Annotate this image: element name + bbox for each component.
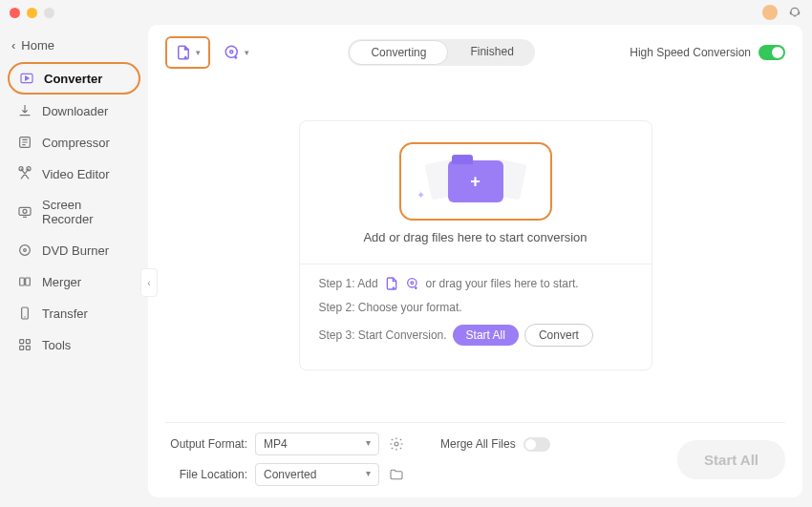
sidebar-item-transfer[interactable]: Transfer [8,298,140,328]
svg-point-4 [23,209,27,213]
svg-point-18 [395,442,398,446]
svg-point-14 [225,46,237,57]
add-file-button[interactable]: ▾ [165,36,210,69]
start-all-example-button[interactable]: Start All [453,325,519,346]
sidebar-item-label: Merger [42,275,81,289]
user-avatar[interactable] [762,5,778,20]
file-location-label: File Location: [165,468,247,481]
folder-plus-icon: + [448,160,503,202]
sidebar-item-tools[interactable]: Tools [8,329,140,360]
support-icon[interactable] [787,5,802,20]
add-dvd-icon [405,276,420,291]
screen-recorder-icon [17,204,32,220]
window-controls[interactable] [10,8,54,18]
step-1-row: Step 1: Add or drag your files here to s… [319,276,632,291]
tab-converting[interactable]: Converting [349,40,448,65]
svg-point-17 [411,282,414,285]
sparkle-icon: ✦ [417,189,425,201]
chevron-down-icon: ▾ [245,48,249,57]
dropzone-label: Add or drag files here to start conversi… [319,230,632,244]
chevron-left-icon: ‹ [11,38,15,53]
downloader-icon [17,103,32,118]
sidebar-item-label: Downloader [42,104,108,118]
svg-point-0 [791,8,799,15]
chevron-down-icon: ▾ [196,48,201,57]
file-location-select[interactable]: Converted [255,463,379,486]
open-folder-icon[interactable] [387,465,406,484]
sidebar-item-video-editor[interactable]: Video Editor [8,158,140,189]
sidebar-item-downloader[interactable]: Downloader [8,95,140,126]
sidebar-item-label: Tools [42,338,71,352]
dvd-burner-icon [17,243,32,258]
home-label: Home [21,38,54,53]
sidebar-item-dvd-burner[interactable]: DVD Burner [8,235,140,265]
maximize-window-icon[interactable] [44,8,54,18]
transfer-icon [17,306,32,321]
add-file-icon [175,44,192,61]
merge-all-toggle[interactable] [524,437,550,452]
sidebar-item-label: Converter [44,72,102,86]
start-all-button[interactable]: Start All [677,440,785,479]
add-dvd-button[interactable]: ▾ [220,38,253,67]
tools-icon [17,337,32,352]
svg-rect-3 [19,207,31,215]
collapse-sidebar-button[interactable]: ‹ [140,268,158,297]
sidebar-item-label: Compressor [42,136,110,150]
svg-rect-12 [20,346,24,349]
dropzone[interactable]: ✦ + Add or drag files here to start conv… [299,120,652,370]
svg-rect-7 [20,278,25,285]
step-3-row: Step 3: Start Conversion. Start All Conv… [319,324,632,347]
add-dvd-icon [224,44,241,61]
status-tabs: Converting Finished [348,39,534,66]
sidebar-item-label: Screen Recorder [42,198,131,226]
tab-finished[interactable]: Finished [449,39,534,66]
high-speed-label: High Speed Conversion [630,46,751,59]
sidebar-item-label: Video Editor [42,167,110,181]
svg-point-15 [230,51,233,53]
merger-icon [17,274,32,289]
sidebar-item-compressor[interactable]: Compressor [8,127,140,158]
compressor-icon [17,135,32,150]
sidebar-item-converter[interactable]: Converter [8,62,140,95]
home-link[interactable]: ‹ Home [8,32,140,62]
step-2-row: Step 2: Choose your format. [319,301,632,314]
svg-rect-10 [20,340,24,344]
svg-point-16 [407,279,416,287]
minimize-window-icon[interactable] [27,8,37,18]
svg-rect-11 [26,340,30,344]
sidebar: ‹ Home Converter Downloader Compressor V… [0,25,148,507]
convert-example-button[interactable]: Convert [524,324,593,347]
svg-point-6 [24,249,27,252]
output-format-label: Output Format: [165,437,247,451]
output-settings-icon[interactable] [387,434,406,454]
svg-point-5 [20,245,31,256]
converter-icon [19,71,34,86]
high-speed-toggle[interactable] [759,45,785,60]
close-window-icon[interactable] [10,8,20,18]
dropzone-illustration: ✦ + [399,142,552,221]
sidebar-item-label: Transfer [42,306,88,321]
main-panel: ▾ ▾ Converting Finished High Speed Conve… [148,25,802,497]
add-file-icon [384,276,399,291]
sidebar-item-merger[interactable]: Merger [8,266,140,297]
svg-rect-13 [26,346,30,349]
sidebar-item-label: DVD Burner [42,243,109,258]
merge-all-label: Merge All Files [440,437,516,451]
output-format-select[interactable]: MP4 [255,433,379,455]
svg-rect-8 [26,278,31,285]
sidebar-item-screen-recorder[interactable]: Screen Recorder [8,190,140,234]
video-editor-icon [17,166,32,181]
